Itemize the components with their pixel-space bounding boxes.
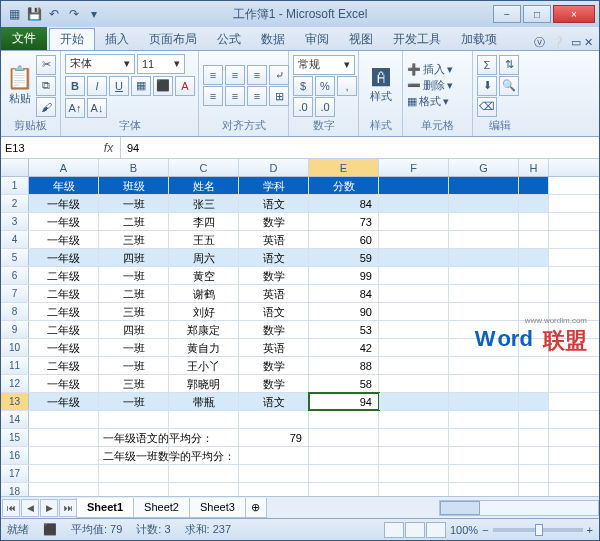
cell[interactable] [449, 213, 519, 230]
cell[interactable]: 四班 [99, 321, 169, 338]
formula-input[interactable] [121, 137, 599, 158]
cell[interactable]: 一班 [99, 339, 169, 356]
ribbon-minimize-icon[interactable]: ⓥ [534, 35, 545, 50]
redo-icon[interactable]: ↷ [65, 5, 83, 23]
align-right-button[interactable]: ≡ [247, 86, 267, 106]
cell[interactable] [449, 357, 519, 374]
sheet-tab[interactable]: Sheet1 [76, 498, 134, 518]
row-header[interactable]: 15 [1, 429, 29, 446]
find-button[interactable]: 🔍 [499, 76, 519, 96]
align-top-button[interactable]: ≡ [203, 65, 223, 85]
cell[interactable]: 88 [309, 357, 379, 374]
align-left-button[interactable]: ≡ [203, 86, 223, 106]
format-painter-icon[interactable]: 🖌 [36, 97, 56, 117]
cell[interactable]: 二年级 [29, 357, 99, 374]
cell[interactable]: 二班 [99, 213, 169, 230]
row-header[interactable]: 12 [1, 375, 29, 392]
cell[interactable]: 李四 [169, 213, 239, 230]
row-header[interactable]: 7 [1, 285, 29, 302]
cell[interactable]: 一年级 [29, 249, 99, 266]
col-header[interactable]: C [169, 159, 239, 176]
cell[interactable] [379, 195, 449, 212]
cell[interactable]: 59 [309, 249, 379, 266]
grow-font-button[interactable]: A↑ [65, 98, 85, 118]
cell[interactable]: 一班 [99, 357, 169, 374]
cell[interactable]: 二年级 [29, 267, 99, 284]
cell[interactable] [169, 465, 239, 482]
col-header[interactable]: H [519, 159, 549, 176]
cell[interactable] [309, 483, 379, 496]
ribbon-window-close-icon[interactable]: ▭ ✕ [571, 36, 593, 49]
cell[interactable] [519, 339, 549, 356]
number-format-dropdown[interactable]: 常规▾ [293, 55, 355, 75]
col-header[interactable]: G [449, 159, 519, 176]
cell[interactable]: 英语 [239, 285, 309, 302]
cell[interactable] [449, 447, 519, 464]
cell[interactable]: 84 [309, 285, 379, 302]
cell[interactable] [239, 411, 309, 428]
zoom-out-button[interactable]: − [482, 524, 488, 536]
cell[interactable]: 一年级 [29, 375, 99, 392]
cell[interactable] [519, 429, 549, 446]
cell[interactable] [519, 357, 549, 374]
cell[interactable]: 一班 [99, 267, 169, 284]
cell[interactable]: 周六 [169, 249, 239, 266]
row-header[interactable]: 2 [1, 195, 29, 212]
cell[interactable] [449, 483, 519, 496]
sheet-nav-last-icon[interactable]: ⏭ [59, 499, 77, 517]
cell[interactable] [379, 177, 449, 194]
view-normal-button[interactable] [384, 522, 404, 538]
cell[interactable] [449, 195, 519, 212]
cell[interactable] [449, 231, 519, 248]
row-header[interactable]: 9 [1, 321, 29, 338]
col-header[interactable]: B [99, 159, 169, 176]
cell[interactable]: 黄自力 [169, 339, 239, 356]
cell[interactable]: 年级 [29, 177, 99, 194]
view-pagebreak-button[interactable] [426, 522, 446, 538]
cell[interactable]: 刘好 [169, 303, 239, 320]
sheet-nav-next-icon[interactable]: ▶ [40, 499, 58, 517]
cell[interactable] [239, 447, 309, 464]
cell[interactable] [519, 213, 549, 230]
save-icon[interactable]: 💾 [25, 5, 43, 23]
close-button[interactable]: × [553, 5, 595, 23]
clear-button[interactable]: ⌫ [477, 97, 497, 117]
wrap-text-button[interactable]: ⤶ [269, 65, 289, 85]
sheet-tab[interactable]: Sheet2 [133, 498, 190, 518]
col-header[interactable]: D [239, 159, 309, 176]
cell[interactable] [449, 267, 519, 284]
cell[interactable] [379, 303, 449, 320]
cell[interactable] [519, 465, 549, 482]
tab-layout[interactable]: 页面布局 [139, 28, 207, 50]
cell[interactable] [449, 285, 519, 302]
cell[interactable]: 语文 [239, 303, 309, 320]
fill-button[interactable]: ⬇ [477, 76, 497, 96]
cell[interactable] [519, 303, 549, 320]
cell[interactable]: 53 [309, 321, 379, 338]
delete-cells-button[interactable]: ➖删除▾ [407, 78, 453, 93]
cell[interactable]: 王五 [169, 231, 239, 248]
cell[interactable]: 四班 [99, 249, 169, 266]
cell[interactable] [519, 231, 549, 248]
tab-view[interactable]: 视图 [339, 28, 383, 50]
format-cells-button[interactable]: ▦格式▾ [407, 94, 453, 109]
cell[interactable] [309, 465, 379, 482]
tab-review[interactable]: 审阅 [295, 28, 339, 50]
cell[interactable] [449, 429, 519, 446]
shrink-font-button[interactable]: A↓ [87, 98, 107, 118]
cell[interactable]: 一年级 [29, 231, 99, 248]
cell[interactable]: 二年级一班数学的平均分： [99, 447, 169, 464]
cell[interactable] [379, 447, 449, 464]
undo-icon[interactable]: ↶ [45, 5, 63, 23]
cell[interactable] [239, 465, 309, 482]
cell[interactable] [379, 483, 449, 496]
cell[interactable] [519, 393, 549, 410]
cell[interactable]: 语文 [239, 249, 309, 266]
sheet-tab[interactable]: Sheet3 [189, 498, 246, 518]
col-header[interactable]: A [29, 159, 99, 176]
cell[interactable] [29, 465, 99, 482]
cell[interactable]: 58 [309, 375, 379, 392]
currency-button[interactable]: $ [293, 76, 313, 96]
tab-addins[interactable]: 加载项 [451, 28, 507, 50]
row-header[interactable]: 18 [1, 483, 29, 496]
